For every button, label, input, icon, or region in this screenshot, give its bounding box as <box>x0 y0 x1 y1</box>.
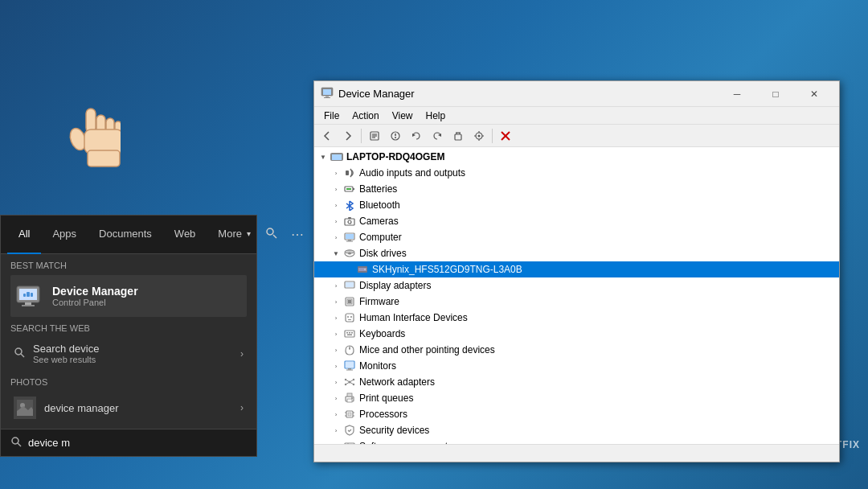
remove-button[interactable] <box>496 127 515 145</box>
svg-rect-60 <box>346 241 353 242</box>
scan-button[interactable] <box>469 127 489 145</box>
batteries-arrow: › <box>330 183 342 195</box>
tree-hid[interactable]: › Human Interface Devices <box>314 310 839 326</box>
menu-view[interactable]: View <box>386 109 420 123</box>
tree-audio[interactable]: › Audio inputs and outputs <box>314 165 839 181</box>
menu-file[interactable]: File <box>317 109 346 123</box>
search-input[interactable] <box>28 437 247 449</box>
tree-cameras[interactable]: › Cameras <box>314 213 839 229</box>
photos-arrow-icon: › <box>240 402 244 413</box>
tree-display[interactable]: › Display adapters <box>314 277 839 294</box>
svg-line-1 <box>273 235 276 238</box>
svg-rect-75 <box>348 319 351 320</box>
search-web-section: Search the web Search device See web res… <box>1 320 256 374</box>
svg-rect-7 <box>23 294 26 297</box>
bluetooth-arrow: › <box>330 199 342 211</box>
tree-disk-drives[interactable]: ▼ Disk drives <box>314 245 839 261</box>
skhynix-arrow <box>343 264 354 275</box>
tree-bluetooth[interactable]: › Bluetooth <box>314 197 839 213</box>
tab-more[interactable]: More ▾ <box>207 216 262 254</box>
tree-security[interactable]: › Security devices <box>314 422 839 438</box>
more-chevron-icon: ▾ <box>247 229 251 238</box>
svg-line-15 <box>18 443 21 446</box>
svg-rect-8 <box>31 293 33 297</box>
tab-documents[interactable]: Documents <box>88 216 163 254</box>
window-title-text: Device Manager <box>338 88 719 100</box>
tree-root[interactable]: ▼ LAPTOP-RDQ4OGEM <box>314 149 839 165</box>
uninstall-button[interactable] <box>448 127 468 145</box>
tree-computer[interactable]: › Computer <box>314 229 839 245</box>
back-button[interactable] <box>317 127 337 145</box>
more-options-icon[interactable]: ⋯ <box>288 224 307 246</box>
cursor-hand <box>64 105 129 177</box>
mice-arrow: › <box>330 344 342 355</box>
search-icon-btn[interactable] <box>262 224 281 246</box>
tab-web[interactable]: Web <box>163 216 207 254</box>
properties-button[interactable] <box>365 127 384 145</box>
network-arrow: › <box>330 376 342 388</box>
menu-help[interactable]: Help <box>420 109 452 123</box>
tree-processors[interactable]: › Processors <box>314 406 839 422</box>
skhynix-icon <box>356 263 369 276</box>
svg-line-93 <box>350 380 354 382</box>
svg-line-10 <box>21 354 24 357</box>
svg-rect-68 <box>346 282 354 287</box>
toggle-button[interactable] <box>386 127 405 145</box>
tree-network[interactable]: › Network adapters <box>314 374 839 390</box>
desktop: All Apps Documents Web More ▾ <box>0 0 868 489</box>
audio-icon <box>343 166 356 179</box>
tree-skhynix[interactable]: SKHynix_HFS512GD9TNG-L3A0B <box>314 261 839 277</box>
svg-rect-86 <box>346 370 353 371</box>
search-web-text: Search device See web results <box>33 343 232 364</box>
svg-rect-53 <box>353 188 354 190</box>
keyboards-icon <box>343 327 356 340</box>
svg-rect-97 <box>347 393 352 397</box>
tab-apps[interactable]: Apps <box>41 216 88 254</box>
best-match-section: Best match Device Manager Control <box>1 254 256 320</box>
photos-item[interactable]: device manager › <box>10 390 247 425</box>
tree-mice[interactable]: › Mice and other pointing devices <box>314 342 839 358</box>
svg-point-41 <box>478 134 481 137</box>
best-match-item[interactable]: Device Manager Control Panel <box>10 275 247 317</box>
tree-batteries[interactable]: › Batteries <box>314 181 839 197</box>
web-search-icon <box>14 347 25 360</box>
tree-content: ▼ LAPTOP-RDQ4OGEM › <box>314 147 839 444</box>
tree-monitors[interactable]: › Monitors <box>314 358 839 374</box>
best-match-title: Device Manager <box>52 285 138 298</box>
toolbar-separator-1 <box>361 129 362 143</box>
start-search-panel: All Apps Documents Web More ▾ <box>0 215 257 457</box>
tree-software-components[interactable]: › Software components <box>314 438 839 444</box>
rollback-button[interactable] <box>428 127 447 145</box>
close-button[interactable]: ✕ <box>796 81 833 107</box>
svg-rect-78 <box>349 332 350 334</box>
tab-all[interactable]: All <box>7 216 41 254</box>
window-statusbar <box>314 444 839 462</box>
svg-line-92 <box>346 380 350 382</box>
menu-action[interactable]: Action <box>346 109 385 123</box>
tree-firmware[interactable]: › Firmware <box>314 294 839 310</box>
tree-keyboards[interactable]: › Keyboards <box>314 326 839 342</box>
photos-section: Photos device manager › <box>1 374 256 429</box>
svg-point-20 <box>68 126 88 152</box>
tree-print[interactable]: › Print queues <box>314 390 839 406</box>
search-tabs: All Apps Documents Web More ▾ <box>1 216 256 254</box>
svg-rect-80 <box>347 335 352 336</box>
best-match-subtitle: Control Panel <box>52 298 138 307</box>
forward-button[interactable] <box>338 127 358 145</box>
svg-rect-18 <box>106 118 114 138</box>
maximize-button[interactable]: □ <box>757 81 794 107</box>
display-arrow: › <box>330 280 342 291</box>
device-manager-icon <box>14 281 43 310</box>
svg-rect-17 <box>96 115 105 138</box>
svg-rect-79 <box>351 332 353 334</box>
best-match-label: Best match <box>10 261 247 270</box>
search-web-item[interactable]: Search device See web results › <box>10 336 247 371</box>
minimize-button[interactable]: ─ <box>719 81 755 107</box>
device-manager-window: Device Manager ─ □ ✕ File Action View He… <box>313 80 840 462</box>
computer-arrow: › <box>330 232 342 243</box>
update-button[interactable] <box>407 127 426 145</box>
firmware-icon <box>343 295 356 308</box>
svg-point-9 <box>15 348 22 355</box>
svg-rect-4 <box>25 302 31 305</box>
batteries-icon <box>343 183 356 195</box>
